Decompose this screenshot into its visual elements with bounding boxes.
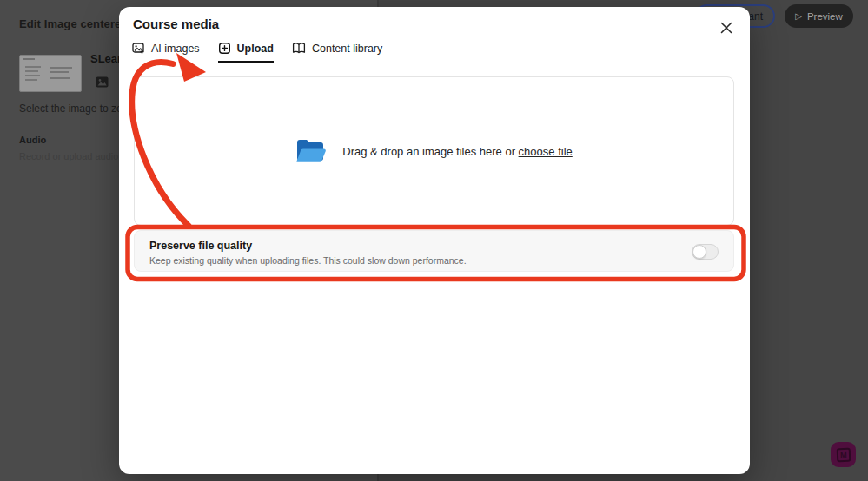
tab-upload[interactable]: Upload — [218, 42, 274, 63]
toggle-knob — [692, 245, 706, 259]
close-icon[interactable] — [717, 18, 736, 37]
logo-m-icon: M — [836, 447, 851, 462]
preview-button[interactable]: ▷ Preview — [785, 4, 853, 28]
edit-image-panel-title: Edit Image centered — [19, 17, 128, 30]
image-icon[interactable] — [96, 76, 109, 91]
tab-label: AI images — [151, 43, 200, 55]
app-logo[interactable]: M — [831, 442, 856, 467]
slide-thumbnail[interactable] — [19, 55, 82, 92]
course-media-modal: Course media AI images Upload — [119, 7, 750, 474]
preserve-quality-title: Preserve file quality — [149, 240, 252, 252]
audio-section-title: Audio — [19, 135, 46, 145]
file-dropzone[interactable]: Drag & drop an image files here or choos… — [134, 76, 734, 226]
preserve-quality-row: Preserve file quality Keep existing qual… — [134, 230, 734, 272]
preserve-quality-description: Keep existing quality when uploading fil… — [149, 255, 467, 266]
ai-images-icon — [132, 42, 145, 55]
assistant-button-label: ant — [748, 10, 763, 23]
tab-content-library[interactable]: Content library — [292, 42, 382, 63]
upload-plus-icon — [218, 42, 231, 55]
media-source-tabs: AI images Upload Content library — [132, 42, 382, 63]
tab-label: Content library — [312, 43, 382, 55]
book-icon — [292, 42, 306, 55]
tab-ai-images[interactable]: AI images — [132, 42, 200, 63]
folder-icon — [295, 138, 327, 165]
modal-title: Course media — [133, 16, 219, 31]
dropzone-text: Drag & drop an image files here or choos… — [342, 145, 573, 158]
tab-label: Upload — [237, 43, 274, 55]
play-icon: ▷ — [795, 11, 802, 21]
preview-button-label: Preview — [807, 11, 843, 22]
preserve-quality-toggle[interactable] — [692, 244, 719, 260]
choose-file-link[interactable]: choose file — [519, 145, 573, 158]
